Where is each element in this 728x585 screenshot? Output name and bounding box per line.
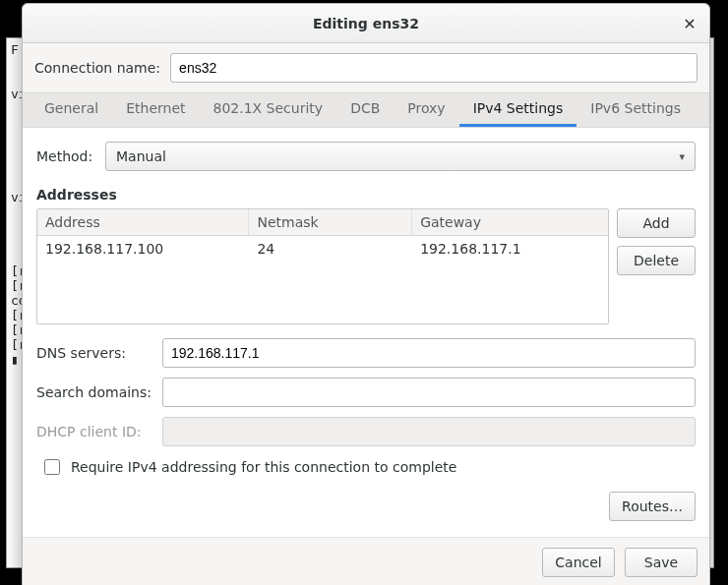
- dns-servers-label: DNS servers:: [36, 345, 152, 361]
- tab-8021x-security[interactable]: 802.1X Security: [200, 91, 337, 127]
- add-button[interactable]: Add: [617, 208, 696, 238]
- tab-ipv4-settings[interactable]: IPv4 Settings: [459, 91, 577, 127]
- cell-netmask[interactable]: 24: [249, 236, 412, 262]
- dialog-footer: Cancel Save: [23, 537, 709, 585]
- dns-servers-input[interactable]: [162, 338, 696, 368]
- addresses-table[interactable]: Address Netmask Gateway 192.168.117.100 …: [36, 208, 609, 324]
- col-gateway[interactable]: Gateway: [412, 209, 608, 235]
- connection-name-label: Connection name:: [34, 60, 160, 76]
- window-title: Editing ens32: [313, 16, 419, 31]
- cancel-button[interactable]: Cancel: [542, 548, 615, 577]
- chevron-down-icon: ▾: [679, 150, 685, 163]
- method-select[interactable]: Manual ▾: [105, 142, 696, 171]
- tab-proxy[interactable]: Proxy: [394, 91, 458, 127]
- routes-button[interactable]: Routes…: [609, 492, 696, 521]
- tab-bar: General Ethernet 802.1X Security DCB Pro…: [23, 92, 709, 128]
- tab-ipv6-settings[interactable]: IPv6 Settings: [576, 91, 695, 127]
- dhcp-client-id-label: DHCP client ID:: [36, 424, 152, 439]
- table-row[interactable]: 192.168.117.100 24 192.168.117.1: [37, 236, 608, 262]
- method-label: Method:: [36, 148, 95, 164]
- require-ipv4-label: Require IPv4 addressing for this connect…: [71, 459, 456, 475]
- tab-general[interactable]: General: [30, 91, 112, 127]
- dhcp-client-id-input: [162, 417, 696, 446]
- method-value: Manual: [116, 148, 166, 164]
- require-ipv4-checkbox[interactable]: [44, 459, 60, 475]
- titlebar: Editing ens32 ✕: [23, 4, 709, 43]
- search-domains-input[interactable]: [162, 378, 696, 407]
- ipv4-panel: Method: Manual ▾ Addresses Address Netma…: [23, 128, 709, 537]
- save-button[interactable]: Save: [625, 548, 698, 577]
- col-netmask[interactable]: Netmask: [249, 209, 412, 235]
- close-icon[interactable]: ✕: [680, 14, 699, 33]
- connection-name-input[interactable]: [170, 53, 698, 83]
- network-editor-dialog: Editing ens32 ✕ Connection name: General…: [22, 3, 710, 585]
- col-address[interactable]: Address: [37, 209, 249, 235]
- tab-ethernet[interactable]: Ethernet: [112, 91, 199, 127]
- cell-address[interactable]: 192.168.117.100: [37, 236, 249, 262]
- tab-dcb[interactable]: DCB: [336, 91, 394, 127]
- cell-gateway[interactable]: 192.168.117.1: [412, 236, 608, 262]
- delete-button[interactable]: Delete: [617, 246, 696, 275]
- addresses-title: Addresses: [36, 187, 696, 203]
- search-domains-label: Search domains:: [36, 384, 152, 400]
